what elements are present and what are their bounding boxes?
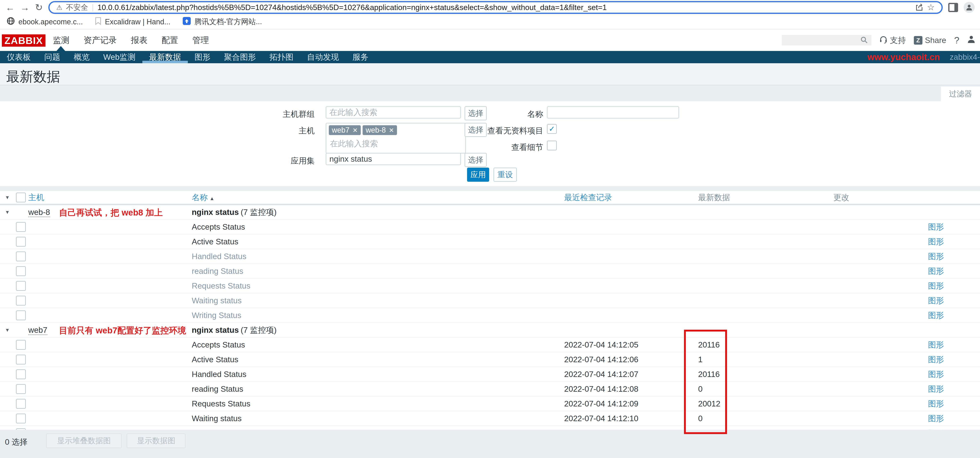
collapse-all-icon[interactable]: ▼ <box>0 195 15 200</box>
remove-tag-icon[interactable]: ✕ <box>389 127 394 134</box>
subnav-web[interactable]: Web监测 <box>97 51 142 63</box>
filter-tab[interactable]: 过滤器 <box>941 87 980 101</box>
item-checkbox[interactable] <box>16 237 26 247</box>
remove-tag-icon[interactable]: ✕ <box>353 127 358 134</box>
item-checkbox[interactable] <box>16 355 26 364</box>
graph-link[interactable]: 图形 <box>926 295 944 306</box>
show-without-data-checkbox[interactable]: ✓ <box>547 124 557 134</box>
item-checkbox[interactable] <box>16 340 26 350</box>
item-checkbox[interactable] <box>16 281 26 291</box>
host-tag[interactable]: web7 ✕ <box>329 125 361 135</box>
item-row: Active Status 2022-07-04 14:12:06 1 图形 <box>0 352 980 367</box>
display-graph-button[interactable]: 显示数据图 <box>127 433 186 448</box>
host-link[interactable]: web-8 <box>28 208 50 217</box>
bookmark-item[interactable]: ebook.apecome.c... <box>7 17 83 27</box>
graph-link[interactable]: 图形 <box>926 310 944 321</box>
menu-item-administration[interactable]: 管理 <box>192 35 209 46</box>
share-link[interactable]: Z Share <box>914 36 946 45</box>
item-name: Handled Status <box>192 252 564 261</box>
url-separator: | <box>92 3 94 12</box>
last-check-value: 2022-07-04 14:12:10 <box>564 414 698 423</box>
subnav-screens[interactable]: 聚合图形 <box>217 51 263 63</box>
host-tag[interactable]: web-8 ✕ <box>363 125 397 135</box>
host-column-header[interactable]: 主机 <box>28 192 192 203</box>
item-checkbox[interactable] <box>16 222 26 232</box>
subnav-problems[interactable]: 问题 <box>38 51 67 63</box>
select-all-checkbox[interactable] <box>16 193 26 203</box>
graph-link[interactable]: 图形 <box>926 354 944 365</box>
not-secure-label[interactable]: 不安全 <box>66 2 88 13</box>
subnav-overview[interactable]: 概览 <box>67 51 97 63</box>
subnav-maps[interactable]: 拓扑图 <box>263 51 300 63</box>
zabbix-logo[interactable]: ZABBIX <box>2 34 46 47</box>
share-icon[interactable] <box>915 2 923 13</box>
bookmark-label: ebook.apecome.c... <box>18 17 83 26</box>
graph-link[interactable]: 图形 <box>926 398 944 409</box>
browser-toolbar: ← → ↻ ⚠ 不安全 | 10.0.0.61/zabbix/latest.ph… <box>0 0 980 15</box>
search-input[interactable] <box>782 35 872 46</box>
graph-link[interactable]: 图形 <box>926 236 944 247</box>
main-menu: 监测 资产记录 报表 配置 管理 <box>53 30 209 51</box>
item-checkbox[interactable] <box>16 414 26 423</box>
sidebar-toggle-icon[interactable] <box>948 3 958 12</box>
item-checkbox[interactable] <box>16 399 26 409</box>
browser-profile-avatar[interactable] <box>964 2 975 13</box>
subnav-services[interactable]: 服务 <box>346 51 375 63</box>
name-input[interactable] <box>547 106 679 119</box>
host-tag-label: web7 <box>332 126 350 135</box>
name-column-header[interactable]: 名称 <box>192 193 208 202</box>
item-checkbox[interactable] <box>16 296 26 306</box>
change-column-header: 更改 <box>833 192 926 203</box>
host-link[interactable]: web7 <box>28 326 47 335</box>
menu-item-reports[interactable]: 报表 <box>131 35 148 46</box>
display-stacked-graph-button[interactable]: 显示堆叠数据图 <box>46 433 122 448</box>
menu-item-inventory[interactable]: 资产记录 <box>84 35 117 46</box>
subnav-dashboard[interactable]: 仪表板 <box>0 51 38 63</box>
graph-link[interactable]: 图形 <box>926 369 944 380</box>
bookmark-item[interactable]: 腾讯文档-官方网站... <box>183 17 262 27</box>
bookmark-star-icon[interactable]: ☆ <box>927 3 935 12</box>
graph-link[interactable]: 图形 <box>926 266 944 277</box>
last-check-column-header[interactable]: 最近检查记录 <box>564 192 698 203</box>
graph-link[interactable]: 图形 <box>926 222 944 233</box>
graph-link[interactable]: 图形 <box>926 251 944 262</box>
menu-item-configuration[interactable]: 配置 <box>162 35 178 46</box>
application-select-button[interactable]: 选择 <box>465 153 487 167</box>
graph-link[interactable]: 图形 <box>926 281 944 292</box>
url-text[interactable]: 10.0.0.61/zabbix/latest.php?hostids%5B%5… <box>97 3 912 12</box>
collapse-group-icon[interactable]: ▼ <box>0 210 15 215</box>
collapse-group-icon[interactable]: ▼ <box>0 328 15 333</box>
item-row: Handled Status 2022-07-04 14:12:07 20116… <box>0 367 980 382</box>
graph-link[interactable]: 图形 <box>926 339 944 350</box>
reload-icon[interactable]: ↻ <box>35 3 43 12</box>
filter-tab-band: 过滤器 <box>0 86 980 101</box>
item-checkbox[interactable] <box>16 311 26 320</box>
support-link[interactable]: 支持 <box>880 35 906 46</box>
bookmark-item[interactable]: Excalidraw | Hand... <box>95 17 170 27</box>
bookmark-label: 腾讯文档-官方网站... <box>194 17 262 27</box>
item-name: Active Status <box>192 237 564 246</box>
tencent-docs-icon <box>183 17 191 27</box>
user-profile-icon[interactable] <box>967 35 975 46</box>
item-checkbox[interactable] <box>16 384 26 394</box>
headset-icon <box>880 35 888 45</box>
apply-button[interactable]: 应用 <box>467 168 489 182</box>
subnav-graphs[interactable]: 图形 <box>188 51 217 63</box>
item-checkbox[interactable] <box>16 252 26 261</box>
host-group-row: ▼ web-8 nginx status(7 监控项) 自己再试试，把 web8… <box>0 205 980 220</box>
subnav-discovery[interactable]: 自动发现 <box>300 51 346 63</box>
graph-link[interactable]: 图形 <box>926 413 944 424</box>
help-icon[interactable]: ? <box>954 35 959 46</box>
graph-link[interactable]: 图形 <box>926 384 944 395</box>
subnav-latest-data[interactable]: 最新数据 <box>142 51 188 63</box>
active-menu-caret <box>57 46 65 51</box>
forward-icon[interactable]: → <box>20 3 30 12</box>
application-input[interactable] <box>326 153 461 165</box>
item-checkbox[interactable] <box>16 369 26 379</box>
back-icon[interactable]: ← <box>6 3 15 12</box>
item-checkbox[interactable] <box>16 266 26 276</box>
show-details-checkbox[interactable] <box>547 141 557 151</box>
address-bar[interactable]: ⚠ 不安全 | 10.0.0.61/zabbix/latest.php?host… <box>48 1 943 14</box>
menu-item-monitoring[interactable]: 监测 <box>53 35 70 46</box>
reset-button[interactable]: 重设 <box>493 168 517 182</box>
